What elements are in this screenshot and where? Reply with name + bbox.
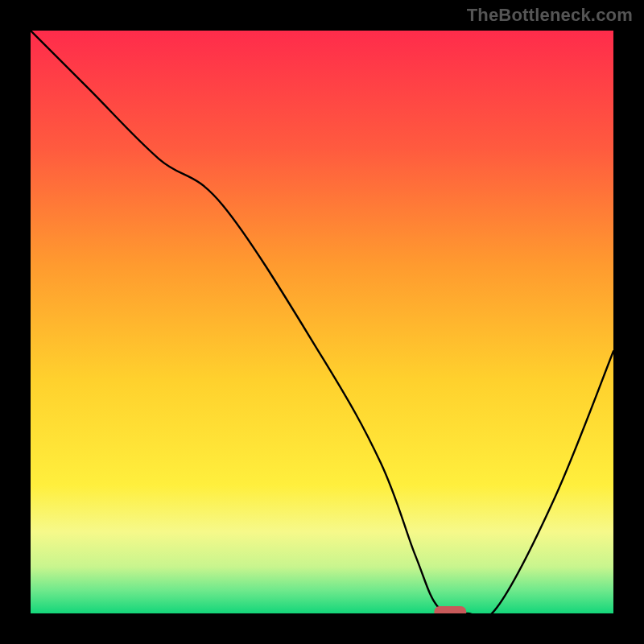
chart-marker-icon <box>434 606 466 613</box>
chart-svg <box>31 31 613 613</box>
plot-area <box>31 31 613 613</box>
watermark-text: TheBottleneck.com <box>467 5 633 26</box>
chart-frame: TheBottleneck.com <box>0 0 644 644</box>
